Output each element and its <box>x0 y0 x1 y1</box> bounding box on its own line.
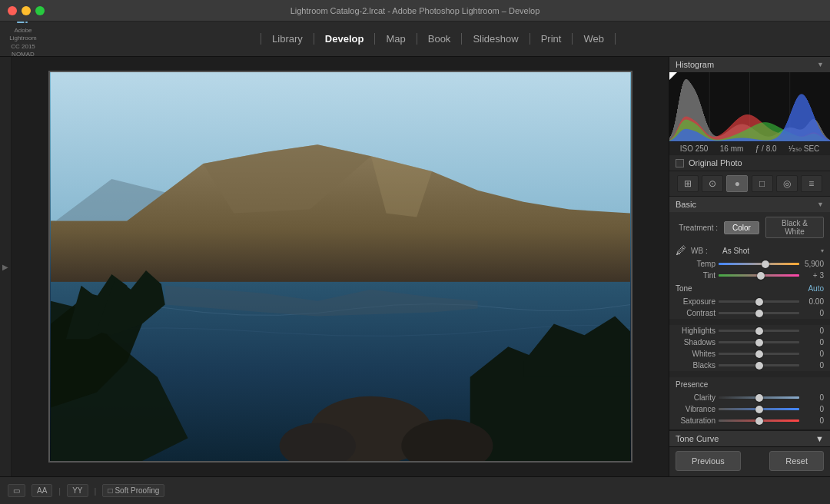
tool-icons-row: ⊞ ⊙ ● □ ◎ ≡ <box>669 171 830 197</box>
clarity-slider[interactable] <box>719 396 799 399</box>
basic-label: Basic <box>676 200 696 209</box>
crop-tool[interactable]: ⊞ <box>677 175 699 192</box>
redeye-tool[interactable]: ● <box>726 175 748 192</box>
close-button[interactable] <box>8 6 17 15</box>
radial-filter-tool[interactable]: ◎ <box>776 175 798 192</box>
view-tool-3[interactable]: YY <box>67 484 88 497</box>
exposure-slider-row: Exposure 0.00 <box>669 296 830 307</box>
graduated-filter-tool[interactable]: □ <box>752 175 773 192</box>
original-photo-row: Original Photo <box>669 155 830 171</box>
nav-print[interactable]: Print <box>530 33 573 45</box>
fullscreen-button[interactable] <box>35 6 45 15</box>
adjustment-brush-tool[interactable]: ≡ <box>801 175 822 192</box>
saturation-value: 0 <box>802 416 824 425</box>
clarity-thumb[interactable] <box>755 394 763 402</box>
whites-thumb[interactable] <box>755 350 763 358</box>
saturation-slider[interactable] <box>719 419 799 422</box>
soft-proofing-checkbox: □ <box>108 486 112 495</box>
vibrance-slider[interactable] <box>719 408 799 410</box>
nav-map[interactable]: Map <box>375 33 417 45</box>
histogram-header[interactable]: Histogram ▼ <box>669 57 830 72</box>
contrast-value: 0 <box>802 309 824 317</box>
vibrance-label: Vibrance <box>676 405 715 413</box>
exposure-thumb[interactable] <box>755 298 763 306</box>
auto-tone-btn[interactable]: Auto <box>808 284 824 293</box>
wb-row: 🖉 WB : As Shot ▾ <box>669 243 830 258</box>
histogram-canvas <box>669 72 830 141</box>
whites-slider[interactable] <box>719 353 799 355</box>
previous-button[interactable]: Previous <box>676 451 741 471</box>
view-icon-3: YY <box>72 486 82 495</box>
left-panel-toggle[interactable]: ▶ <box>0 57 12 476</box>
tint-slider[interactable] <box>719 274 799 277</box>
nav-book[interactable]: Book <box>417 33 463 45</box>
photo-canvas <box>50 72 631 461</box>
shadows-slider[interactable] <box>719 341 799 343</box>
bw-treatment-btn[interactable]: Black & White <box>765 217 824 238</box>
wb-label: WB : <box>691 247 718 255</box>
nav-develop[interactable]: Develop <box>314 33 376 45</box>
nav-web[interactable]: Web <box>573 33 616 45</box>
landscape-svg <box>50 72 631 461</box>
clarity-label: Clarity <box>676 393 715 402</box>
exposure-slider[interactable] <box>719 300 799 303</box>
view-tool-1[interactable]: ▭ <box>8 484 25 497</box>
basic-chevron: ▼ <box>817 201 824 208</box>
shadows-slider-row: Shadows 0 <box>669 337 830 348</box>
spot-removal-tool[interactable]: ⊙ <box>702 175 723 192</box>
color-treatment-btn[interactable]: Color <box>724 221 759 234</box>
saturation-label: Saturation <box>676 416 715 425</box>
histogram-section: Histogram ▼ ISO 250 16 mm ƒ / 8.0 ¹⁄₂₅₀ … <box>669 57 830 171</box>
contrast-slider-row: Contrast 0 <box>669 307 830 319</box>
tone-curve-section[interactable]: Tone Curve ▼ <box>669 430 830 446</box>
window-title: Lightroom Catalog-2.lrcat - Adobe Photos… <box>290 6 540 15</box>
nav-slideshow[interactable]: Slideshow <box>462 33 530 45</box>
soft-proofing-toggle[interactable]: □ Soft Proofing <box>102 484 164 497</box>
view-icon-1: ▭ <box>13 486 20 495</box>
contrast-slider[interactable] <box>719 312 799 314</box>
eyedropper-tool[interactable]: 🖉 <box>676 244 686 257</box>
panel-bottom-buttons: Previous Reset <box>669 446 830 474</box>
histogram-chevron: ▼ <box>817 61 824 68</box>
temp-slider[interactable] <box>719 263 799 265</box>
blacks-thumb[interactable] <box>755 362 763 370</box>
photo-viewer <box>12 57 669 476</box>
highlights-thumb[interactable] <box>755 327 763 335</box>
shadows-value: 0 <box>802 338 824 346</box>
saturation-thumb[interactable] <box>755 417 763 425</box>
temp-label: Temp <box>676 260 715 268</box>
basic-panel-header[interactable]: Basic ▼ <box>669 197 830 212</box>
histogram-display <box>669 72 830 141</box>
exif-iso: ISO 250 <box>680 144 709 153</box>
blacks-slider[interactable] <box>719 364 799 366</box>
vibrance-slider-row: Vibrance 0 <box>669 403 830 415</box>
contrast-label: Contrast <box>676 309 715 317</box>
vibrance-thumb[interactable] <box>755 406 763 413</box>
soft-proofing-label: Soft Proofing <box>115 486 159 495</box>
tint-label: Tint <box>676 271 715 280</box>
treatment-row: Treatment : Color Black & White <box>669 212 830 243</box>
nav-library[interactable]: Library <box>261 33 314 45</box>
tint-thumb[interactable] <box>757 272 765 280</box>
contrast-thumb[interactable] <box>755 310 763 317</box>
saturation-slider-row: Saturation 0 <box>669 415 830 426</box>
reset-button[interactable]: Reset <box>769 451 824 471</box>
wb-dropdown-arrow[interactable]: ▾ <box>821 247 824 254</box>
separator-1: | <box>58 486 61 496</box>
highlights-slider[interactable] <box>719 330 799 332</box>
view-icon-2: AA <box>37 486 47 495</box>
view-tool-2[interactable]: AA <box>32 484 52 497</box>
left-panel-arrow: ▶ <box>2 263 8 271</box>
exposure-value: 0.00 <box>802 297 824 306</box>
shadows-thumb[interactable] <box>755 339 763 346</box>
original-photo-checkbox[interactable] <box>676 159 684 167</box>
temp-thumb[interactable] <box>762 260 769 268</box>
tint-slider-row: Tint + 3 <box>669 270 830 281</box>
exif-focal: 16 mm <box>720 144 744 153</box>
clarity-slider-row: Clarity 0 <box>669 392 830 403</box>
blacks-value: 0 <box>802 361 824 370</box>
exif-shutter: ¹⁄₂₅₀ SEC <box>788 144 819 153</box>
presence-section: Presence Clarity 0 Vibrance 0 <box>669 377 830 429</box>
minimize-button[interactable] <box>22 6 31 15</box>
original-photo-label: Original Photo <box>689 158 742 167</box>
